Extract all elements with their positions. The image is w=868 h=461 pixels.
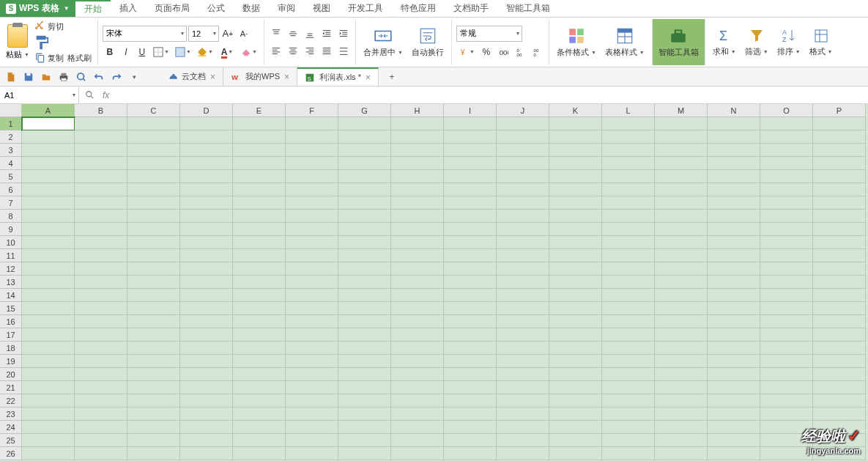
cell[interactable] (549, 157, 602, 170)
cell[interactable] (549, 236, 602, 249)
cell[interactable] (338, 144, 391, 157)
cell[interactable] (338, 328, 391, 342)
cell[interactable] (549, 407, 602, 421)
cell[interactable] (180, 407, 233, 421)
cell[interactable] (75, 407, 127, 421)
cell[interactable] (286, 236, 338, 249)
cell[interactable] (180, 223, 233, 236)
cell[interactable] (655, 130, 708, 144)
cell[interactable] (602, 342, 655, 355)
cell[interactable] (127, 144, 180, 157)
increase-indent-button[interactable] (336, 26, 351, 41)
row-header[interactable]: 1 (0, 117, 22, 130)
row-header[interactable]: 14 (0, 289, 22, 302)
cell[interactable] (760, 144, 813, 157)
dropdown-icon[interactable]: ▾ (516, 30, 519, 37)
cell[interactable] (813, 223, 866, 236)
decrease-decimal-button[interactable]: .00.0 (530, 45, 544, 59)
cell[interactable] (233, 170, 286, 183)
cell[interactable] (22, 342, 75, 355)
cell[interactable] (180, 355, 233, 368)
cell[interactable] (708, 328, 760, 342)
cell[interactable] (22, 210, 75, 223)
cell[interactable] (75, 210, 127, 223)
row-header[interactable]: 20 (0, 368, 22, 381)
cell[interactable] (602, 117, 655, 130)
cell[interactable] (338, 421, 391, 434)
cell[interactable] (180, 315, 233, 328)
cell[interactable] (655, 394, 708, 407)
align-top-button[interactable] (269, 26, 283, 41)
smart-tools-button[interactable]: 智能工具箱 (653, 19, 705, 65)
cell[interactable] (127, 130, 180, 144)
row-header[interactable]: 4 (0, 157, 22, 170)
cell[interactable] (286, 394, 338, 407)
row-header[interactable]: 18 (0, 342, 22, 355)
cell[interactable] (286, 144, 338, 157)
cell[interactable] (813, 394, 866, 407)
cell[interactable] (813, 289, 866, 302)
cell[interactable] (602, 447, 655, 460)
cell[interactable] (497, 342, 549, 355)
cell[interactable] (233, 447, 286, 460)
clear-button[interactable]: ▼ (239, 45, 259, 59)
cell[interactable] (760, 210, 813, 223)
cell[interactable] (127, 262, 180, 276)
cell[interactable] (391, 144, 444, 157)
cell[interactable] (286, 421, 338, 434)
cell[interactable] (549, 210, 602, 223)
cell[interactable] (444, 447, 497, 460)
cell[interactable] (813, 144, 866, 157)
cell[interactable] (233, 236, 286, 249)
col-header[interactable]: P (813, 104, 866, 117)
cell[interactable] (708, 381, 760, 394)
cell[interactable] (338, 342, 391, 355)
cond-format-button[interactable]: 条件格式▼ (554, 25, 599, 59)
cell[interactable] (391, 289, 444, 302)
add-tab-button[interactable]: + (383, 72, 401, 82)
cell[interactable] (22, 276, 75, 289)
cell[interactable] (444, 381, 497, 394)
cell[interactable] (180, 144, 233, 157)
cell[interactable] (444, 302, 497, 315)
cell[interactable] (233, 276, 286, 289)
cell[interactable] (391, 394, 444, 407)
cell[interactable] (497, 328, 549, 342)
cell[interactable] (22, 302, 75, 315)
cell[interactable] (497, 434, 549, 447)
cell[interactable] (602, 249, 655, 262)
cell[interactable] (391, 355, 444, 368)
dropdown-icon[interactable]: ▾ (73, 92, 75, 98)
cell[interactable] (75, 302, 127, 315)
cell[interactable] (813, 355, 866, 368)
cell[interactable] (233, 434, 286, 447)
cell[interactable] (391, 315, 444, 328)
cell[interactable] (813, 210, 866, 223)
cell[interactable] (655, 302, 708, 315)
cell[interactable] (338, 210, 391, 223)
cell[interactable] (180, 249, 233, 262)
cell[interactable] (708, 183, 760, 196)
cell[interactable] (708, 302, 760, 315)
cell[interactable] (180, 262, 233, 276)
cell[interactable] (549, 342, 602, 355)
row-header[interactable]: 23 (0, 407, 22, 421)
cell[interactable] (127, 447, 180, 460)
cell[interactable] (391, 262, 444, 276)
cell[interactable] (180, 236, 233, 249)
cell[interactable] (286, 276, 338, 289)
cell[interactable] (444, 157, 497, 170)
cell[interactable] (760, 328, 813, 342)
cell[interactable] (127, 170, 180, 183)
cell[interactable] (127, 196, 180, 210)
menu-tab-8[interactable]: 特色应用 (392, 0, 445, 17)
dropdown-icon[interactable]: ▼ (24, 52, 29, 57)
cell[interactable] (391, 421, 444, 434)
cell[interactable] (497, 421, 549, 434)
col-header[interactable]: H (391, 104, 444, 117)
increase-font-button[interactable]: A+ (220, 26, 235, 41)
cell[interactable] (180, 342, 233, 355)
cell[interactable] (497, 407, 549, 421)
cell[interactable] (127, 223, 180, 236)
col-header[interactable]: D (180, 104, 233, 117)
